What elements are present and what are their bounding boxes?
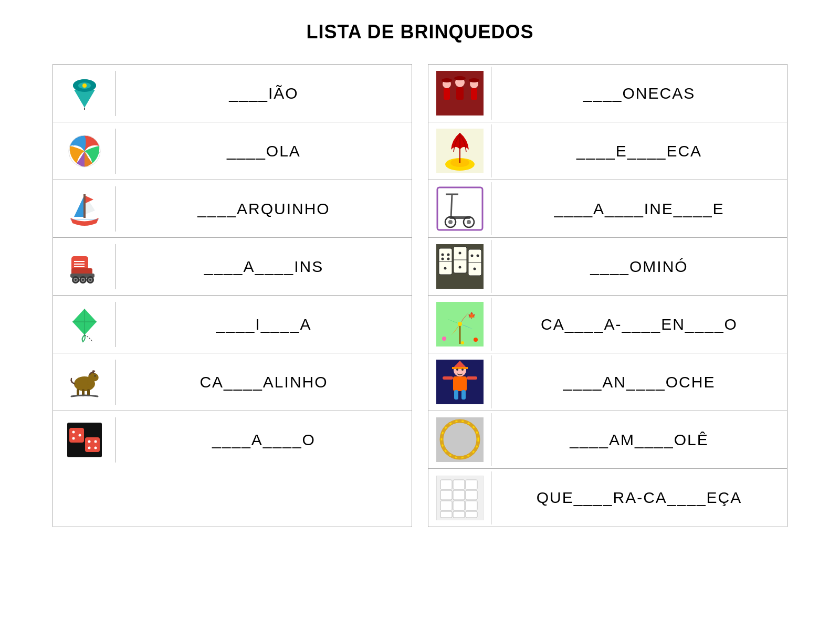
svg-point-76 [447,258,449,260]
svg-rect-115 [440,501,452,510]
icon-horse [53,360,116,405]
svg-marker-8 [74,195,85,217]
svg-rect-62 [437,187,482,230]
text-catavento: CA____A-____EN____O [491,310,787,339]
right-column: ____ONECAS ____E____ECA [428,64,788,527]
svg-rect-120 [466,511,477,518]
table-row: 🍁 CA____A-____EN____O [428,296,787,353]
icon-skate [53,244,116,289]
table-row: ____A____INE____E [428,180,787,238]
svg-point-69 [448,220,453,224]
text-pipa: ____I____A [116,310,412,339]
svg-rect-54 [471,88,477,100]
icon-boat [53,186,116,232]
svg-point-104 [461,369,464,371]
svg-rect-111 [466,480,477,489]
icon-bonecas [428,67,491,120]
svg-rect-52 [456,87,464,100]
svg-point-77 [444,267,446,270]
svg-point-73 [441,254,444,256]
svg-point-46 [88,447,90,449]
svg-point-67 [467,220,471,224]
svg-rect-113 [453,490,465,500]
svg-rect-98 [453,376,467,391]
svg-rect-110 [453,480,465,489]
svg-rect-117 [466,501,477,510]
svg-point-21 [82,279,84,281]
svg-point-92 [458,322,462,326]
svg-line-63 [451,194,452,218]
svg-rect-43 [85,437,100,452]
svg-rect-10 [83,194,86,218]
table-row: ____A____O [53,411,412,469]
icon-kite [53,302,116,347]
icon-catavento: 🍁 [428,298,491,351]
svg-rect-50 [444,88,450,100]
text-fanoche: ____AN____OCHE [491,368,787,396]
svg-point-42 [72,437,75,440]
svg-point-81 [458,266,461,269]
table-row: CA____ALINHO [53,353,412,411]
svg-point-4 [82,83,87,88]
text-patinete: ____A____INE____E [491,195,787,223]
svg-rect-101 [454,390,458,400]
text-domino: ____OMINÓ [491,253,787,281]
table-row: ____OMINÓ [428,238,787,296]
svg-point-18 [75,279,77,281]
text-barquinho: ____ARQUINHO [116,195,412,223]
left-column: ____IÃO ____OLA [52,64,412,527]
text-cavalinho: CA____ALINHO [116,368,412,396]
svg-point-47 [94,447,97,449]
table-row: ____E____ECA [428,122,787,180]
text-piao: ____IÃO [116,79,412,108]
svg-rect-100 [467,376,477,380]
svg-rect-102 [461,390,466,400]
svg-point-86 [473,268,476,270]
svg-rect-112 [440,490,452,500]
svg-point-80 [458,252,461,255]
page-title: LISTA DE BRINQUEDOS [306,21,533,43]
svg-rect-119 [453,511,465,518]
svg-point-89 [474,338,478,342]
svg-point-90 [461,341,464,344]
table-row: ____ONECAS [428,65,787,122]
svg-point-85 [476,255,479,257]
svg-point-84 [470,255,473,257]
svg-point-37 [94,375,96,376]
svg-text:🍁: 🍁 [468,311,476,319]
icon-quebracabeca [428,471,491,524]
svg-point-45 [94,440,97,443]
icon-peoneca [428,124,491,177]
icon-dice [53,417,116,463]
table-row: ____ARQUINHO [53,180,412,238]
svg-point-44 [88,440,90,443]
svg-point-88 [442,337,446,341]
text-bonecas: ____ONECAS [491,79,787,108]
svg-rect-39 [69,428,84,443]
svg-rect-116 [453,501,465,510]
icon-ball [53,129,116,174]
table-row: QUE____RA-CA____EÇA [428,469,787,527]
text-bamboleo: ____AM____OLÊ [491,426,787,454]
svg-point-41 [78,434,81,437]
icon-domino [428,240,491,293]
text-patins: ____A____INS [116,253,412,281]
icon-fanoche [428,355,491,408]
table-row: ____IÃO [53,65,412,122]
table-row: ____AM____OLÊ [428,411,787,469]
svg-point-40 [72,431,75,434]
svg-rect-114 [466,490,477,500]
svg-point-103 [456,369,458,371]
svg-rect-109 [440,480,452,489]
text-bola: ____OLA [116,137,412,165]
table-row: ____OLA [53,122,412,180]
icon-spinning-top [53,71,116,116]
text-peoneca: ____E____ECA [491,137,787,165]
svg-point-74 [447,254,449,256]
svg-point-24 [89,279,91,281]
svg-point-57 [469,78,479,82]
table-row: ____I____A [53,296,412,353]
icon-patinete [428,182,491,235]
icon-bamboleo [428,413,491,466]
text-dado: ____A____O [116,426,412,454]
